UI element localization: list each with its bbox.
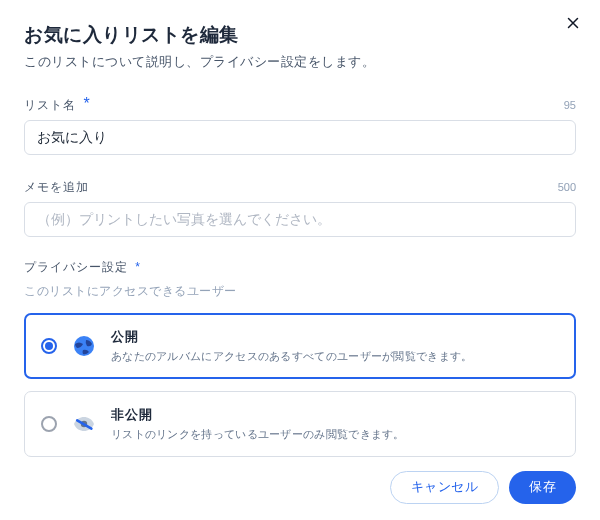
radio-private[interactable]	[41, 416, 57, 432]
save-button[interactable]: 保存	[509, 471, 576, 504]
list-name-count: 95	[564, 99, 576, 111]
eye-off-icon	[71, 411, 97, 437]
dialog-title: お気に入りリストを編集	[24, 22, 576, 48]
privacy-label: プライバシー設定	[24, 260, 128, 274]
close-icon	[564, 14, 582, 32]
list-name-input[interactable]	[24, 120, 576, 155]
edit-list-dialog: お気に入りリストを編集 このリストについて説明し、プライバシー設定をします。 リ…	[0, 0, 600, 520]
privacy-sublabel: このリストにアクセスできるユーザー	[24, 284, 576, 299]
privacy-option-private[interactable]: 非公開 リストのリンクを持っているユーザーのみ閲覧できます。	[24, 391, 576, 457]
required-marker: *	[135, 260, 141, 274]
list-name-label: リスト名	[24, 98, 76, 112]
privacy-options: 公開 あなたのアルバムにアクセスのあるすべてのユーザーが閲覧できます。 非公開 …	[24, 313, 576, 457]
privacy-section: プライバシー設定 *	[24, 259, 576, 276]
dialog-subtitle: このリストについて説明し、プライバシー設定をします。	[24, 54, 576, 71]
memo-count: 500	[558, 181, 576, 193]
close-button[interactable]	[564, 14, 584, 34]
memo-input[interactable]	[24, 202, 576, 237]
radio-public[interactable]	[41, 338, 57, 354]
memo-field: メモを追加 500	[24, 179, 576, 237]
option-title: 公開	[111, 328, 559, 346]
option-desc: リストのリンクを持っているユーザーのみ閲覧できます。	[111, 427, 559, 442]
privacy-option-public[interactable]: 公開 あなたのアルバムにアクセスのあるすべてのユーザーが閲覧できます。	[24, 313, 576, 379]
option-title: 非公開	[111, 406, 559, 424]
required-marker: *	[83, 95, 89, 112]
list-name-field: リスト名 * 95	[24, 95, 576, 155]
dialog-footer: キャンセル 保存	[24, 457, 576, 504]
cancel-button[interactable]: キャンセル	[390, 471, 500, 504]
memo-label: メモを追加	[24, 179, 89, 196]
globe-icon	[71, 333, 97, 359]
option-desc: あなたのアルバムにアクセスのあるすべてのユーザーが閲覧できます。	[111, 349, 559, 364]
